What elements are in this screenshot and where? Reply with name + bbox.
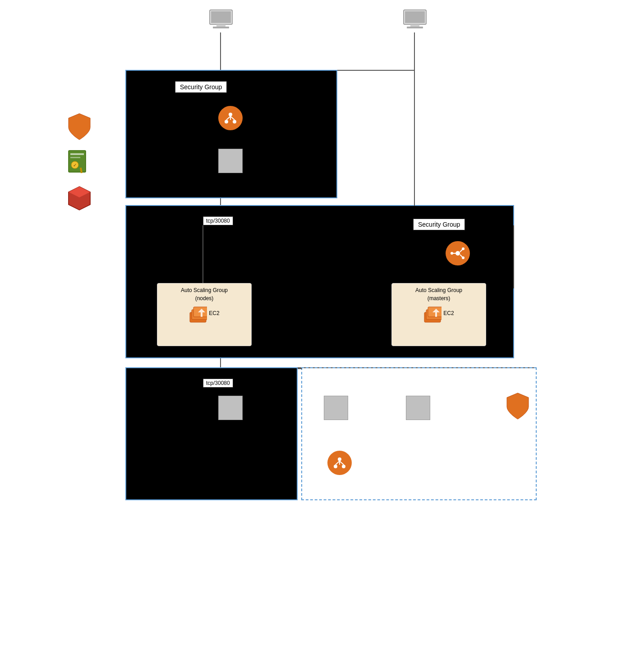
diagram-container: ✓ Security Group tcp/3 [0,0,644,658]
asg-nodes-content: EC2 [161,303,248,323]
asg-nodes-label: Auto Scaling Group [161,287,248,293]
asg-masters-box: Auto Scaling Group (masters) EC2 [391,283,486,346]
network-circle-1 [218,106,243,130]
line-vert-nodes [202,225,203,288]
svg-rect-2 [216,24,225,27]
bottom-right-shield-icon [505,392,530,420]
sg-label-top: Security Group [175,81,227,93]
computer-icon-2 [401,9,428,32]
line-computer2-down [414,32,415,71]
svg-rect-35 [201,312,202,317]
line-mid-to-bottom [220,358,221,368]
asg-masters-content: EC2 [396,303,482,323]
line-top-right-down [414,71,415,206]
top-panel [125,70,337,198]
bottom-right-panel [301,367,537,500]
network-circle-3 [327,451,352,475]
asg-nodes-box: Auto Scaling Group (nodes) EC2 [157,283,252,346]
sidebar-db-icon [67,185,92,212]
svg-point-26 [462,247,465,250]
svg-point-42 [334,465,337,468]
svg-rect-40 [435,312,437,317]
line-vert-masters [513,225,514,288]
gray-square-1 [218,149,243,173]
asg-masters-label: Auto Scaling Group [396,287,482,293]
svg-point-30 [451,252,453,255]
svg-line-45 [340,461,344,465]
svg-point-43 [342,465,345,468]
svg-rect-9 [70,153,84,155]
svg-rect-6 [410,24,419,27]
svg-point-20 [233,120,236,123]
share-circle [446,241,470,265]
svg-line-44 [336,461,340,465]
svg-rect-1 [211,11,231,23]
asg-nodes-sublabel: (nodes) [161,295,248,302]
tcp-label-1: tcp/30080 [203,216,233,225]
asg-masters-sublabel: (masters) [396,295,482,302]
svg-point-28 [462,256,465,259]
tcp-label-2: tcp/30080 [203,379,233,388]
asg-nodes-ec2-label: EC2 [209,310,219,316]
svg-rect-7 [407,27,423,28]
svg-point-41 [338,457,341,461]
computer-icon-1 [207,9,235,32]
svg-rect-5 [405,11,425,23]
sg-label-middle: Security Group [413,219,465,230]
svg-rect-3 [213,27,229,28]
svg-point-24 [455,251,460,256]
svg-rect-10 [70,157,80,158]
svg-text:✓: ✓ [73,163,77,168]
sidebar-shield-icon [67,113,92,141]
gray-square-3 [324,396,348,420]
svg-line-21 [226,116,230,120]
gray-square-4 [406,396,430,420]
gray-square-2 [218,396,243,420]
line-computer1-down [220,32,221,71]
svg-point-18 [229,113,232,116]
sidebar-cert-icon: ✓ [67,149,92,174]
svg-point-19 [225,120,228,123]
asg-masters-ec2-label: EC2 [443,310,454,316]
line-bottom-lr [298,368,302,369]
svg-line-22 [230,116,235,120]
